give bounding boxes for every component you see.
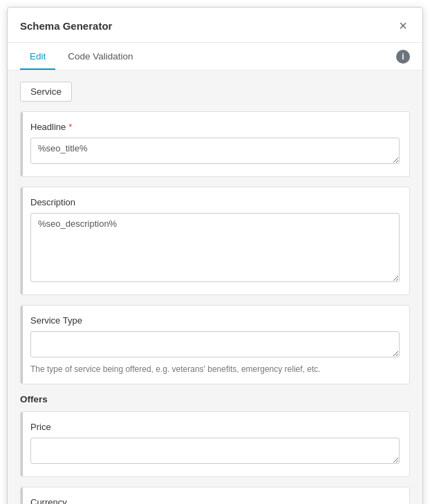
- tab-code-validation[interactable]: Code Validation: [58, 43, 142, 70]
- headline-input[interactable]: [30, 138, 400, 164]
- currency-section: Currency: [20, 487, 410, 504]
- price-input[interactable]: [30, 438, 400, 464]
- info-icon[interactable]: i: [396, 50, 410, 64]
- price-label: Price: [30, 422, 400, 432]
- tabs-bar: Edit Code Validation i: [8, 43, 422, 71]
- dialog-header: Schema Generator ×: [8, 8, 422, 43]
- schema-type-button[interactable]: Service: [20, 82, 72, 102]
- required-star: *: [68, 122, 72, 132]
- description-input[interactable]: [30, 213, 400, 282]
- price-section: Price: [20, 411, 410, 477]
- currency-label: Currency: [30, 497, 400, 504]
- headline-label: Headline *: [30, 122, 400, 132]
- schema-generator-dialog: Schema Generator × Edit Code Validation …: [7, 7, 423, 504]
- service-type-input[interactable]: [30, 331, 400, 357]
- description-label: Description: [30, 197, 400, 207]
- close-button[interactable]: ×: [396, 17, 410, 34]
- dialog-body: Service Headline * Description Service T…: [8, 71, 422, 504]
- service-type-section: Service Type The type of service being o…: [20, 305, 410, 384]
- offers-section: Offers Price Currency: [20, 394, 410, 504]
- offers-title: Offers: [20, 394, 410, 404]
- service-type-hint: The type of service being offered, e.g. …: [30, 364, 400, 374]
- description-section: Description: [20, 187, 410, 295]
- service-type-label: Service Type: [30, 315, 400, 326]
- tabs-left: Edit Code Validation: [20, 43, 146, 70]
- tab-edit[interactable]: Edit: [20, 43, 55, 70]
- headline-section: Headline *: [20, 111, 410, 177]
- dialog-title: Schema Generator: [20, 20, 112, 32]
